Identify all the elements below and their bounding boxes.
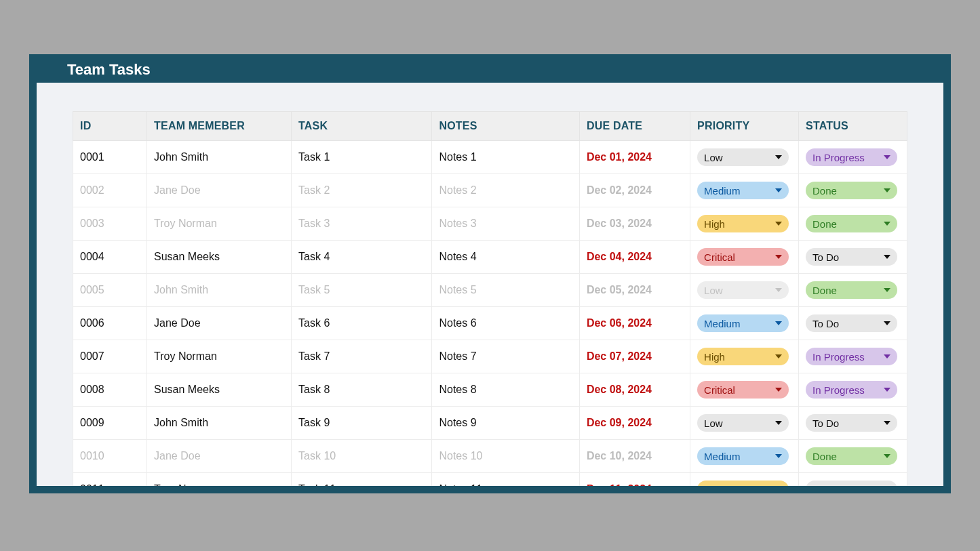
table-container: ID TEAM MEMEBER TASK NOTES DUE DATE PRIO… <box>73 111 907 486</box>
priority-label: Low <box>704 417 723 429</box>
cell-task: Task 10 <box>292 440 432 473</box>
table-header-row: ID TEAM MEMEBER TASK NOTES DUE DATE PRIO… <box>73 112 907 141</box>
cell-id: 0009 <box>73 407 147 440</box>
table-row[interactable]: 0010Jane DoeTask 10Notes 10Dec 10, 2024M… <box>73 440 907 473</box>
cell-member: Jane Doe <box>147 174 292 207</box>
table-row[interactable]: 0002Jane DoeTask 2Notes 2Dec 02, 2024Med… <box>73 174 907 207</box>
chevron-down-icon <box>775 354 782 359</box>
cell-id: 0003 <box>73 207 147 241</box>
col-task[interactable]: TASK <box>292 112 432 141</box>
status-select[interactable]: In Progress <box>806 348 897 365</box>
cell-status: In Progress <box>799 141 907 174</box>
chevron-down-icon <box>884 421 890 425</box>
cell-member: Troy Norman <box>147 473 292 487</box>
cell-id: 0004 <box>73 241 147 274</box>
cell-notes: Notes 3 <box>432 207 579 241</box>
col-due-date[interactable]: DUE DATE <box>579 112 690 141</box>
priority-select[interactable]: High <box>697 215 789 232</box>
priority-select[interactable]: Critical <box>697 248 789 266</box>
priority-select[interactable]: Low <box>697 148 789 166</box>
col-priority[interactable]: PRIORITY <box>690 112 799 141</box>
cell-member: John Smith <box>147 274 292 307</box>
cell-notes: Notes 5 <box>432 274 579 307</box>
col-id[interactable]: ID <box>73 112 147 141</box>
cell-priority: Critical <box>690 373 799 407</box>
status-select[interactable]: Done <box>806 281 897 299</box>
priority-label: High <box>704 218 725 230</box>
cell-member: John Smith <box>147 407 292 440</box>
cell-notes: Notes 7 <box>432 340 579 373</box>
status-select[interactable]: In Progress <box>806 148 897 166</box>
cell-member: Jane Doe <box>147 440 292 473</box>
status-label: To Do <box>812 251 839 263</box>
chevron-down-icon <box>775 188 782 192</box>
col-notes[interactable]: NOTES <box>432 112 579 141</box>
tasks-table: ID TEAM MEMEBER TASK NOTES DUE DATE PRIO… <box>73 111 907 486</box>
content-panel: ID TEAM MEMEBER TASK NOTES DUE DATE PRIO… <box>37 83 943 486</box>
table-row[interactable]: 0011Troy NormanTask 11Notes 11Dec 11, 20… <box>73 473 907 487</box>
cell-due: Dec 08, 2024 <box>579 373 690 407</box>
cell-task: Task 6 <box>292 307 432 340</box>
priority-select[interactable]: Medium <box>697 314 789 332</box>
status-select[interactable]: Done <box>806 215 897 232</box>
status-select[interactable]: Done <box>806 447 897 465</box>
status-select[interactable]: Done <box>806 182 897 199</box>
priority-select[interactable]: Medium <box>697 182 789 199</box>
table-row[interactable]: 0007Troy NormanTask 7Notes 7Dec 07, 2024… <box>73 340 907 373</box>
status-select[interactable]: In Progress <box>806 381 897 399</box>
chevron-down-icon <box>884 354 890 359</box>
cell-priority: Medium <box>690 440 799 473</box>
cell-member: Troy Norman <box>147 207 292 241</box>
table-row[interactable]: 0008Susan MeeksTask 8Notes 8Dec 08, 2024… <box>73 373 907 407</box>
priority-select[interactable]: High <box>697 348 789 365</box>
status-label: To Do <box>812 318 839 329</box>
priority-select[interactable]: Low <box>697 281 789 299</box>
cell-status: To Do <box>799 407 907 440</box>
cell-notes: Notes 1 <box>432 141 579 174</box>
cell-task: Task 2 <box>292 174 432 207</box>
table-row[interactable]: 0006Jane DoeTask 6Notes 6Dec 06, 2024Med… <box>73 307 907 340</box>
status-select[interactable]: To Do <box>806 481 897 486</box>
cell-notes: Notes 8 <box>432 373 579 407</box>
cell-notes: Notes 11 <box>432 473 579 487</box>
table-row[interactable]: 0004Susan MeeksTask 4Notes 4Dec 04, 2024… <box>73 241 907 274</box>
priority-select[interactable]: Medium <box>697 447 789 465</box>
table-row[interactable]: 0001John SmithTask 1Notes 1Dec 01, 2024L… <box>73 141 907 174</box>
cell-id: 0010 <box>73 440 147 473</box>
chevron-down-icon <box>775 321 782 325</box>
priority-select[interactable]: Low <box>697 414 789 432</box>
cell-task: Task 9 <box>292 407 432 440</box>
chevron-down-icon <box>775 454 782 458</box>
cell-notes: Notes 2 <box>432 174 579 207</box>
status-select[interactable]: To Do <box>806 248 897 266</box>
cell-id: 0005 <box>73 274 147 307</box>
status-select[interactable]: To Do <box>806 314 897 332</box>
cell-due: Dec 07, 2024 <box>579 340 690 373</box>
cell-status: To Do <box>799 307 907 340</box>
cell-task: Task 3 <box>292 207 432 241</box>
chevron-down-icon <box>775 255 782 259</box>
chevron-down-icon <box>775 388 782 392</box>
status-label: Done <box>812 285 837 296</box>
chevron-down-icon <box>884 222 890 226</box>
priority-select[interactable]: Critical <box>697 381 789 399</box>
cell-priority: Critical <box>690 241 799 274</box>
col-status[interactable]: STATUS <box>799 112 907 141</box>
status-select[interactable]: To Do <box>806 414 897 432</box>
col-member[interactable]: TEAM MEMEBER <box>147 112 292 141</box>
status-label: In Progress <box>812 384 865 396</box>
table-row[interactable]: 0005John SmithTask 5Notes 5Dec 05, 2024L… <box>73 274 907 307</box>
cell-notes: Notes 9 <box>432 407 579 440</box>
chevron-down-icon <box>775 155 782 159</box>
cell-priority: Medium <box>690 174 799 207</box>
table-row[interactable]: 0003Troy NormanTask 3Notes 3Dec 03, 2024… <box>73 207 907 241</box>
priority-select[interactable]: High <box>697 481 789 486</box>
chevron-down-icon <box>884 255 890 259</box>
status-label: Done <box>812 451 837 462</box>
cell-priority: High <box>690 340 799 373</box>
table-row[interactable]: 0009John SmithTask 9Notes 9Dec 09, 2024L… <box>73 407 907 440</box>
cell-due: Dec 02, 2024 <box>579 174 690 207</box>
priority-label: Medium <box>704 185 740 197</box>
cell-task: Task 4 <box>292 241 432 274</box>
cell-task: Task 7 <box>292 340 432 373</box>
